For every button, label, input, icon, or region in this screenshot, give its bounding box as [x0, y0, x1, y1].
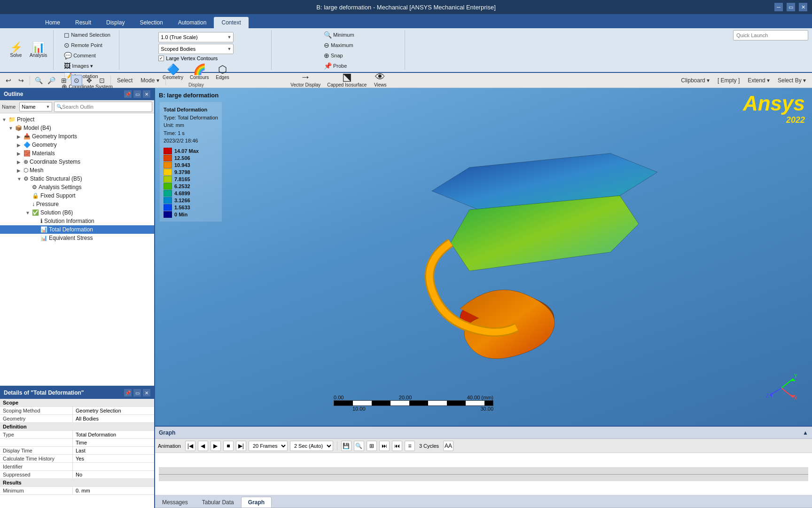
- geo-imports-expand[interactable]: ▶: [17, 134, 23, 139]
- zoom-in-btn[interactable]: 🔍: [33, 75, 44, 86]
- mode-btn[interactable]: Mode ▾: [137, 75, 162, 86]
- anim-more-btn[interactable]: ≡: [405, 441, 415, 451]
- solve-button[interactable]: ⚡ Solve: [7, 41, 25, 59]
- speed-dropdown[interactable]: 2 Sec (Auto) 1 Sec 5 Sec: [290, 441, 333, 451]
- tree-mesh[interactable]: ▶ ⬡ Mesh: [0, 166, 154, 175]
- tab-messages[interactable]: Messages: [155, 497, 195, 508]
- anim-prev-btn[interactable]: ◀: [198, 441, 208, 451]
- analysis-button[interactable]: 📊 Analysis: [27, 41, 49, 59]
- anim-fwd-btn[interactable]: ⏭: [379, 441, 390, 451]
- panel-maximize-btn[interactable]: ▭: [133, 90, 141, 98]
- zoom-out-btn[interactable]: 🔎: [46, 75, 57, 86]
- quick-launch-input[interactable]: [733, 30, 808, 40]
- undo-btn[interactable]: ↩: [3, 75, 14, 86]
- empty-btn[interactable]: [ Empty ]: [714, 75, 743, 86]
- restore-button[interactable]: ▭: [787, 3, 795, 11]
- tree-area: ▼ 📁 Project ▼ 📦 Model (B4) ▶ 📥 Geometry …: [0, 113, 154, 386]
- tree-geo-imports[interactable]: ▶ 📥 Geometry Imports: [0, 132, 154, 141]
- pan-btn[interactable]: ✥: [84, 75, 95, 86]
- edges-btn[interactable]: ⬡ Edges: [213, 63, 232, 81]
- anim-zoom-btn[interactable]: 🔍: [354, 441, 364, 451]
- tree-solution-info[interactable]: ℹ Solution Information: [0, 217, 154, 225]
- tree-pressure[interactable]: ↓ Pressure: [0, 200, 154, 208]
- anim-export-btn[interactable]: 💾: [341, 441, 351, 451]
- views-btn[interactable]: 👁 Views: [371, 71, 390, 89]
- tree-materials[interactable]: ▶ 🧱 Materials: [0, 149, 154, 158]
- anim-prev2-btn[interactable]: ⏮: [392, 441, 402, 451]
- solution-expand[interactable]: ▼: [25, 210, 32, 215]
- tab-context[interactable]: Context: [214, 17, 248, 28]
- geometry-expand[interactable]: ▶: [17, 143, 23, 148]
- props-maximize-btn[interactable]: ▭: [133, 389, 141, 397]
- frames-dropdown[interactable]: 20 Frames 10 Frames 50 Frames: [249, 441, 288, 451]
- name-dropdown[interactable]: Name ▼: [19, 102, 52, 111]
- tree-static-structural[interactable]: ▼ ⚙ Static Structural (B5): [0, 175, 154, 183]
- select-by-btn[interactable]: Select By ▾: [774, 75, 809, 86]
- props-pin-btn[interactable]: 📌: [124, 389, 132, 397]
- geometry-btn[interactable]: 🔷 Geometry: [160, 63, 186, 81]
- static-structural-expand[interactable]: ▼: [17, 176, 23, 182]
- project-expand[interactable]: ▼: [2, 117, 8, 122]
- tab-tabular-data[interactable]: Tabular Data: [195, 497, 241, 508]
- vector-display-btn[interactable]: → Vector Display: [288, 71, 323, 89]
- capped-isosurface-btn[interactable]: ⬔ Capped Isosurface: [325, 71, 369, 89]
- maximum-btn[interactable]: ⊕Snap: [321, 51, 345, 60]
- materials-icon: 🧱: [23, 150, 31, 157]
- materials-expand[interactable]: ▶: [17, 151, 23, 156]
- remote-point-btn[interactable]: ⊙Remote Point: [62, 40, 113, 50]
- anim-stop-btn[interactable]: ■: [223, 441, 234, 451]
- tab-result[interactable]: Result: [68, 17, 99, 28]
- panel-close-btn[interactable]: ✕: [143, 90, 150, 98]
- named-selection-btn[interactable]: ◻Named Selection: [62, 30, 113, 40]
- scope-dropdown[interactable]: Scoped Bodies ▼: [158, 44, 234, 54]
- tab-automation[interactable]: Automation: [171, 17, 214, 28]
- snap-btn[interactable]: 📌Probe: [321, 61, 349, 71]
- tab-graph[interactable]: Graph: [241, 497, 272, 508]
- tab-selection[interactable]: Selection: [132, 17, 170, 28]
- prop-display-time: Display Time Last: [0, 447, 154, 455]
- select-label: Select: [117, 77, 133, 84]
- tree-solution[interactable]: ▼ ✅ Solution (B6): [0, 208, 154, 217]
- clipboard-btn[interactable]: Clipboard ▾: [678, 75, 713, 86]
- tab-home[interactable]: Home: [38, 17, 68, 28]
- probe-btn[interactable]: 🔍Minimum: [321, 30, 357, 40]
- anim-grid-btn[interactable]: ⊞: [367, 441, 377, 451]
- tree-model[interactable]: ▼ 📦 Model (B4): [0, 124, 154, 132]
- viewport[interactable]: B: large deformation Total Deformation T…: [155, 88, 812, 426]
- mesh-expand[interactable]: ▶: [17, 168, 23, 173]
- contours-btn[interactable]: 🌈 Contours: [187, 63, 211, 81]
- coord-systems-expand[interactable]: ▶: [17, 159, 23, 165]
- anim-aa-btn[interactable]: AA: [443, 441, 453, 451]
- rotate-btn[interactable]: ⊙: [71, 75, 82, 86]
- zoom-box-btn[interactable]: ⊡: [96, 75, 108, 86]
- model-expand[interactable]: ▼: [8, 126, 15, 131]
- close-button[interactable]: ✕: [799, 3, 807, 11]
- select-btn[interactable]: Select: [114, 75, 136, 86]
- minimize-button[interactable]: ─: [774, 3, 783, 11]
- title-text: B: large deformation - Mechanical [ANSYS…: [316, 4, 496, 11]
- coord-systems-label: Coordinate Systems: [30, 159, 80, 165]
- tree-analysis-settings[interactable]: ⚙ Analysis Settings: [0, 183, 154, 191]
- props-close-btn[interactable]: ✕: [143, 389, 150, 397]
- images-btn[interactable]: 🖼Images ▾: [62, 61, 113, 71]
- tree-fixed-support[interactable]: 🔒 Fixed Support: [0, 191, 154, 200]
- graph-collapse-btn[interactable]: ▲: [803, 429, 808, 436]
- anim-play-btn[interactable]: ▶: [211, 441, 221, 451]
- fit-btn[interactable]: ⊞: [58, 75, 70, 86]
- tree-geometry[interactable]: ▶ 🔷 Geometry: [0, 141, 154, 149]
- minimum-btn[interactable]: ⊖Maximum: [321, 40, 356, 50]
- redo-btn[interactable]: ↪: [16, 75, 27, 86]
- tree-total-deformation[interactable]: 📊 Total Deformation: [0, 225, 154, 234]
- comment-btn[interactable]: 💬Comment: [62, 51, 113, 60]
- large-vertex-checkbox[interactable]: ✓: [158, 56, 164, 61]
- panel-pin-btn[interactable]: 📌: [124, 90, 132, 98]
- tab-display[interactable]: Display: [99, 17, 132, 28]
- tree-coord-systems[interactable]: ▶ ⊕ Coordinate Systems: [0, 158, 154, 166]
- tree-project[interactable]: ▼ 📁 Project: [0, 115, 154, 124]
- search-outline-input[interactable]: [62, 104, 150, 110]
- tree-equiv-stress[interactable]: 📊 Equivalent Stress: [0, 234, 154, 242]
- anim-first-btn[interactable]: |◀: [185, 441, 195, 451]
- scale-dropdown[interactable]: 1.0 (True Scale) ▼: [158, 32, 234, 42]
- extend-btn[interactable]: Extend ▾: [744, 75, 773, 86]
- anim-next-btn[interactable]: ▶|: [236, 441, 246, 451]
